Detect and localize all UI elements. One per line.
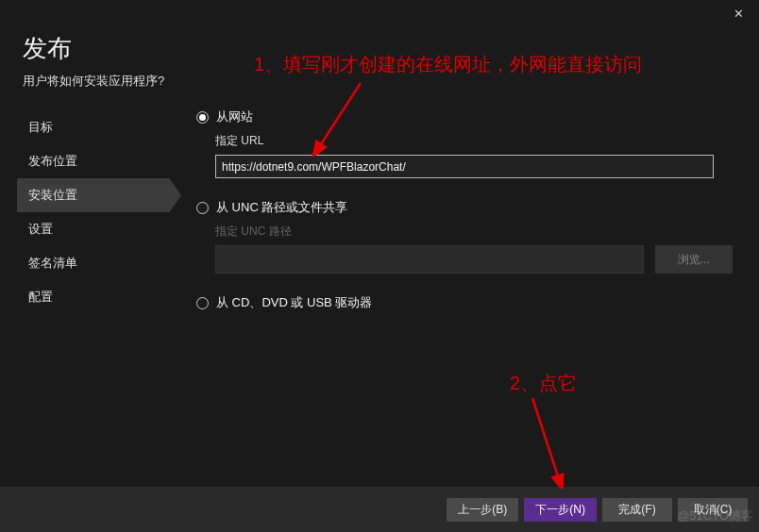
- option-cd: 从 CD、DVD 或 USB 驱动器: [196, 294, 733, 311]
- page-subtitle: 用户将如何安装应用程序?: [23, 73, 736, 90]
- next-button[interactable]: 下一步(N): [524, 498, 597, 522]
- sidebar-item-target[interactable]: 目标: [17, 110, 170, 144]
- header: 发布 用户将如何安装应用程序?: [0, 26, 759, 103]
- radio-icon: [196, 202, 209, 214]
- page-title: 发布: [23, 32, 736, 65]
- publish-dialog: ✕ 发布 用户将如何安装应用程序? 目标 发布位置 安装位置 设置 签名清单 配…: [0, 0, 759, 532]
- unc-input: [215, 245, 644, 274]
- browse-button: 浏览...: [655, 245, 733, 274]
- radio-website[interactable]: 从网站: [196, 108, 733, 125]
- sidebar-item-settings[interactable]: 设置: [17, 212, 170, 246]
- footer: 上一步(B) 下一步(N) 完成(F) 取消(C): [0, 487, 759, 532]
- radio-label: 从 CD、DVD 或 USB 驱动器: [216, 294, 372, 311]
- finish-button[interactable]: 完成(F): [602, 498, 672, 522]
- radio-label: 从 UNC 路径或文件共享: [216, 199, 347, 216]
- url-input[interactable]: [215, 155, 714, 178]
- back-button[interactable]: 上一步(B): [447, 498, 518, 522]
- sidebar-item-signing-manifest[interactable]: 签名清单: [17, 246, 170, 280]
- radio-icon: [196, 111, 209, 124]
- cancel-button[interactable]: 取消(C): [678, 498, 748, 522]
- unc-label: 指定 UNC 路径: [215, 224, 733, 240]
- sidebar-item-configuration[interactable]: 配置: [17, 280, 170, 314]
- option-unc: 从 UNC 路径或文件共享 指定 UNC 路径 浏览...: [196, 199, 733, 274]
- content: 从网站 指定 URL 从 UNC 路径或文件共享 指定 UNC 路径 浏览...: [170, 103, 759, 487]
- sidebar: 目标 发布位置 安装位置 设置 签名清单 配置: [0, 103, 170, 487]
- radio-label: 从网站: [216, 108, 253, 125]
- radio-icon: [196, 297, 209, 309]
- radio-unc[interactable]: 从 UNC 路径或文件共享: [196, 199, 733, 216]
- option-website: 从网站 指定 URL: [196, 108, 733, 178]
- radio-cd[interactable]: 从 CD、DVD 或 USB 驱动器: [196, 294, 733, 311]
- close-icon[interactable]: ✕: [725, 4, 751, 23]
- titlebar: ✕: [0, 0, 759, 26]
- sidebar-item-publish-location[interactable]: 发布位置: [17, 144, 170, 178]
- url-label: 指定 URL: [215, 133, 733, 149]
- body: 目标 发布位置 安装位置 设置 签名清单 配置 从网站 指定 URL 从 UNC…: [0, 103, 759, 487]
- sidebar-item-install-location[interactable]: 安装位置: [17, 178, 170, 212]
